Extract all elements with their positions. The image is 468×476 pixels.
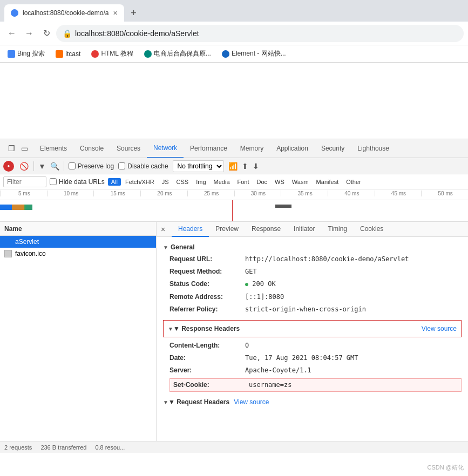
tab-console[interactable]: Console xyxy=(73,139,110,158)
element-icon xyxy=(222,50,229,58)
disable-cache-toggle[interactable]: Disable cache xyxy=(118,162,168,170)
filter-type-other[interactable]: Other xyxy=(343,178,364,186)
preserve-log-checkbox[interactable] xyxy=(69,162,76,169)
tab-headers[interactable]: Headers xyxy=(172,222,209,237)
detail-close-btn[interactable]: × xyxy=(157,223,169,236)
tab-timing[interactable]: Timing xyxy=(321,222,354,237)
tab-application[interactable]: Application xyxy=(270,139,315,158)
filter-type-doc[interactable]: Doc xyxy=(254,178,271,186)
filter-type-wasm[interactable]: Wasm xyxy=(289,178,312,186)
timeline-bar-dark xyxy=(275,205,291,208)
stop-button[interactable]: 🚫 xyxy=(18,161,29,172)
timeline-bar-green xyxy=(24,205,32,210)
record-button[interactable]: ● xyxy=(3,161,14,172)
set-cookie-row: Set-Cookie: username=zs xyxy=(169,378,462,392)
filter-type-font[interactable]: Font xyxy=(234,178,253,186)
filter-type-manifest[interactable]: Manifest xyxy=(313,178,342,186)
server-val: Apache-Coyote/1.1 xyxy=(245,365,311,376)
server-row: Server: Apache-Coyote/1.1 xyxy=(169,364,462,377)
content-length-val: 0 xyxy=(245,341,249,351)
bookmark-html[interactable]: HTML 教程 xyxy=(88,48,137,59)
set-cookie-key: Set-Cookie: xyxy=(173,380,249,390)
tab-favicon xyxy=(11,9,18,17)
address-bar[interactable]: 🔒 localhost:8080/cookie-demo/aServlet xyxy=(56,25,464,42)
tab-network[interactable]: Network xyxy=(147,139,184,158)
back-button[interactable]: ← xyxy=(4,26,19,41)
inspect-icon[interactable]: ❐ xyxy=(6,144,16,153)
response-headers-title[interactable]: ▼ Response Headers xyxy=(168,323,240,335)
preserve-log-label: Preserve log xyxy=(78,162,114,170)
filter-type-js[interactable]: JS xyxy=(159,178,172,186)
download-icon[interactable]: ⬇ xyxy=(253,162,259,171)
online-icon[interactable]: 📶 xyxy=(228,162,238,171)
disable-cache-checkbox[interactable] xyxy=(118,162,125,169)
request-method-val: GET xyxy=(245,267,257,277)
tab-close-btn[interactable]: × xyxy=(113,9,117,17)
bookmark-itcast[interactable]: itcast xyxy=(52,49,84,59)
tab-cookies[interactable]: Cookies xyxy=(354,222,390,237)
bookmark-bing[interactable]: Bing 搜索 xyxy=(4,48,48,59)
browser-tab[interactable]: localhost:8080/cookie-demo/a × xyxy=(4,4,124,22)
search-icon[interactable]: 🔍 xyxy=(50,162,59,171)
filter-type-ws[interactable]: WS xyxy=(272,178,288,186)
tab-sources[interactable]: Sources xyxy=(110,139,147,158)
forward-button[interactable]: → xyxy=(22,26,37,41)
content-length-key: Content-Length: xyxy=(169,341,245,351)
toolbar-separator-2 xyxy=(64,161,64,171)
device-icon[interactable]: ▭ xyxy=(19,144,29,153)
file-item-favicon[interactable]: favicon.ico xyxy=(0,248,156,260)
referrer-policy-key: Referrer Policy: xyxy=(169,304,245,315)
tab-elements[interactable]: Elements xyxy=(33,139,73,158)
general-section-header[interactable]: General xyxy=(163,241,462,253)
tab-preview[interactable]: Preview xyxy=(209,222,245,237)
address-text: localhost:8080/cookie-demo/aServlet xyxy=(75,29,457,38)
filter-type-fetch[interactable]: Fetch/XHR xyxy=(122,178,158,186)
transferred-size: 236 B transferred xyxy=(40,444,86,451)
name-column-header: Name xyxy=(4,225,22,233)
tm-15ms: 15 ms xyxy=(93,191,140,196)
tab-response[interactable]: Response xyxy=(245,222,287,237)
referrer-policy-row: Referrer Policy: strict-origin-when-cros… xyxy=(169,303,462,316)
filter-type-all[interactable]: All xyxy=(108,178,121,186)
timeline-bars xyxy=(0,200,468,222)
request-headers-section: ▼ Request Headers View source xyxy=(163,396,462,408)
hide-data-urls-toggle[interactable]: Hide data URLs xyxy=(50,178,105,186)
file-item-aservlet[interactable]: aServlet xyxy=(0,236,156,248)
request-headers-title[interactable]: ▼ Request Headers xyxy=(163,396,229,408)
tab-security[interactable]: Security xyxy=(315,139,351,158)
remote-address-row: Remote Address: [::1]:8080 xyxy=(169,291,462,303)
hide-data-urls-checkbox[interactable] xyxy=(50,178,57,185)
network-toolbar: ● 🚫 ▼ 🔍 Preserve log Disable cache No th… xyxy=(0,158,468,174)
tab-performance[interactable]: Performance xyxy=(184,139,234,158)
disable-cache-label: Disable cache xyxy=(127,162,168,170)
filter-type-img[interactable]: Img xyxy=(193,178,209,186)
bookmark-element[interactable]: Element - 网站快... xyxy=(219,48,289,59)
tab-initiator[interactable]: Initiator xyxy=(287,222,321,237)
filter-icon[interactable]: ▼ xyxy=(38,162,46,171)
tm-35ms: 35 ms xyxy=(281,191,328,196)
throttle-select[interactable]: No throttling xyxy=(173,160,224,172)
filter-type-css[interactable]: CSS xyxy=(173,178,192,186)
tm-10ms: 10 ms xyxy=(47,191,94,196)
preserve-log-toggle[interactable]: Preserve log xyxy=(69,162,114,170)
refresh-button[interactable]: ↻ xyxy=(39,26,54,41)
tab-memory[interactable]: Memory xyxy=(234,139,270,158)
filter-type-media[interactable]: Media xyxy=(211,178,233,186)
new-tab-button[interactable]: + xyxy=(126,5,141,21)
lock-icon: 🔒 xyxy=(63,29,72,38)
view-source-link[interactable]: View source xyxy=(422,325,457,332)
filter-input[interactable] xyxy=(3,176,46,187)
response-headers-content: Content-Length: 0 Date: Tue, 17 Aug 2021… xyxy=(163,339,462,392)
tm-40ms: 40 ms xyxy=(328,191,375,196)
upload-icon[interactable]: ⬆ xyxy=(242,162,248,171)
resources-size: 0.8 resou... xyxy=(95,444,125,451)
request-headers-header-row: ▼ Request Headers View source xyxy=(163,396,462,408)
bookmark-ecommerce[interactable]: 电商后台高保真原... xyxy=(141,48,214,59)
timeline-container: 5 ms 10 ms 15 ms 20 ms 25 ms 30 ms 35 ms… xyxy=(0,189,468,222)
request-view-source-link[interactable]: View source xyxy=(234,398,269,406)
response-headers-box: ▼ Response Headers View source xyxy=(163,320,462,337)
general-section-content: Request URL: http://localhost:8080/cooki… xyxy=(163,253,462,316)
tab-lighthouse[interactable]: Lighthouse xyxy=(351,139,396,158)
file-name-aservlet: aServlet xyxy=(15,238,39,246)
tm-45ms: 45 ms xyxy=(375,191,422,196)
